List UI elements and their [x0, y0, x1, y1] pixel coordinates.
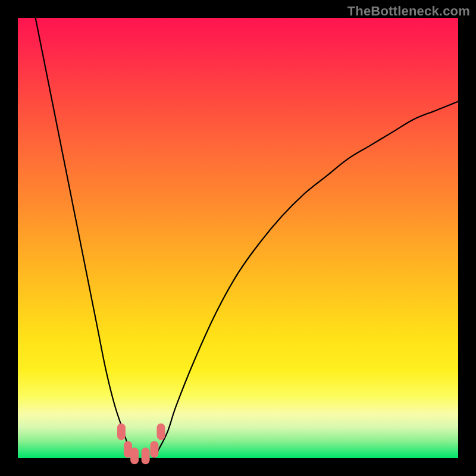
valley-marker-4 — [150, 441, 158, 458]
valley-marker-2 — [130, 447, 139, 464]
curve-layer — [18, 18, 458, 458]
valley-marker-0 — [117, 424, 126, 440]
watermark-text: TheBottleneck.com — [347, 4, 470, 19]
plot-area — [18, 18, 458, 458]
bottleneck-curve — [36, 18, 458, 459]
marker-group — [117, 424, 165, 465]
valley-marker-3 — [142, 447, 150, 464]
valley-marker-5 — [157, 424, 165, 440]
series-left-branch — [36, 18, 137, 458]
series-right-branch — [154, 102, 458, 458]
chart-frame: TheBottleneck.com — [0, 0, 476, 476]
